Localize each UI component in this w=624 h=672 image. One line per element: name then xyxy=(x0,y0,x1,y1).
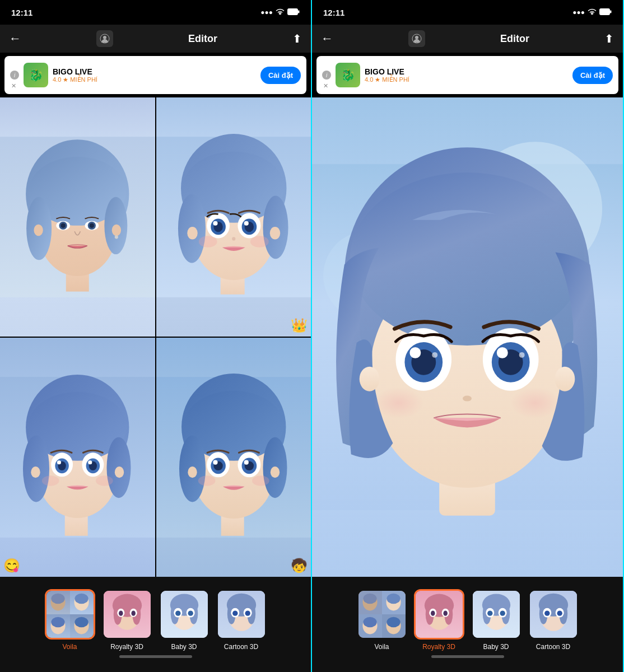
svg-point-98 xyxy=(131,610,135,615)
svg-rect-118 xyxy=(610,10,612,13)
ad-install-button-right[interactable]: Cài đặt xyxy=(572,67,613,84)
svg-point-154 xyxy=(386,617,400,627)
svg-point-136 xyxy=(497,347,508,358)
main-image-area-left: 👑 xyxy=(0,97,311,577)
thumb-cell-4 xyxy=(70,614,94,638)
filter-thumb-baby-right[interactable] xyxy=(471,589,521,640)
filter-thumb-single-royalty xyxy=(104,591,151,638)
svg-point-141 xyxy=(360,367,380,391)
svg-point-139 xyxy=(374,388,424,419)
star-emoji: 😋 xyxy=(3,558,20,573)
svg-point-163 xyxy=(443,610,447,615)
svg-point-73 xyxy=(244,460,248,465)
filter-thumb-cartoon-left[interactable] xyxy=(216,589,267,640)
ad-rating-right: 4.0 ★ xyxy=(365,76,380,83)
filter-thumb-royalty-right[interactable] xyxy=(414,589,464,640)
wifi-icon-right xyxy=(588,8,597,17)
svg-point-38 xyxy=(198,236,217,247)
svg-point-89 xyxy=(74,617,88,627)
share-button-left[interactable]: ⬆ xyxy=(292,32,302,45)
svg-point-18 xyxy=(112,225,121,236)
svg-point-97 xyxy=(119,610,123,615)
svg-point-131 xyxy=(409,347,421,358)
svg-point-142 xyxy=(555,367,575,391)
header-right: ← Editor ⬆ xyxy=(312,25,623,53)
svg-point-77 xyxy=(252,475,269,486)
svg-point-162 xyxy=(431,610,435,615)
svg-point-69 xyxy=(213,460,217,465)
svg-point-76 xyxy=(198,475,215,486)
svg-point-172 xyxy=(500,610,505,615)
back-button-left[interactable]: ← xyxy=(9,31,21,46)
status-time-right: 12:11 xyxy=(323,8,344,17)
ad-title-left: BIGO LIVE xyxy=(53,67,256,76)
ad-banner-right: i 🐉 BIGO LIVE 4.0 ★ MIỄN PHÍ Cài đặt xyxy=(316,56,618,94)
thumb-cell-3 xyxy=(46,614,70,638)
battery-icon-left xyxy=(287,8,300,17)
filter-royalty-right[interactable]: Royalty 3D xyxy=(414,589,464,651)
ad-close-right[interactable]: ✕ xyxy=(323,82,328,90)
svg-point-55 xyxy=(31,466,40,478)
svg-point-181 xyxy=(557,610,562,615)
ad-free-right: MIỄN PHÍ xyxy=(382,76,409,83)
filter-thumb-cartoon-right[interactable] xyxy=(528,589,579,640)
filter-cartoon-right[interactable]: Cartoon 3D xyxy=(528,589,579,651)
svg-point-30 xyxy=(213,221,217,226)
header-left: ← Editor ⬆ xyxy=(0,25,311,53)
filter-baby-left[interactable]: Baby 3D xyxy=(159,589,209,651)
filter-label-royalty-left: Royalty 3D xyxy=(110,643,143,651)
filter-royalty-left[interactable]: Royalty 3D xyxy=(102,589,152,651)
filter-baby-right[interactable]: Baby 3D xyxy=(471,589,521,651)
app-logo-left xyxy=(96,30,113,47)
image-grid-left: 👑 xyxy=(0,97,311,577)
svg-point-137 xyxy=(519,352,525,358)
main-image-area-right xyxy=(312,97,623,577)
filter-thumb-single-cartoon xyxy=(218,591,265,638)
filter-thumb-voila-left[interactable] xyxy=(45,589,95,640)
filter-thumb-baby-left[interactable] xyxy=(159,589,209,640)
r-thumb-cell-3 xyxy=(358,614,382,638)
grid-cell-cartoon-bottom-left[interactable]: 😋 xyxy=(0,338,155,577)
svg-point-145 xyxy=(363,593,376,604)
grid-cell-original[interactable] xyxy=(0,97,155,337)
svg-point-151 xyxy=(363,617,376,627)
filter-thumb-single-royalty-right xyxy=(416,591,463,638)
filter-thumb-royalty-left[interactable] xyxy=(102,589,152,640)
share-button-right[interactable]: ⬆ xyxy=(604,32,614,45)
filter-label-voila-left: Voila xyxy=(62,643,77,651)
ad-install-button-left[interactable]: Cài đặt xyxy=(260,67,301,84)
filter-thumb-voila-right[interactable] xyxy=(357,589,407,640)
svg-point-132 xyxy=(432,352,437,358)
filter-strip-left: Voila Royalty 3D Baby 3D xyxy=(6,589,305,651)
filter-thumb-single-cartoon-right xyxy=(530,591,577,638)
filter-label-voila-right: Voila xyxy=(374,643,389,651)
svg-point-37 xyxy=(269,227,280,240)
ad-logo-left: 🐉 xyxy=(24,63,48,87)
ad-info-icon-left: i xyxy=(10,71,19,80)
signal-icon-right: ●●● xyxy=(572,8,585,16)
battery-icon-right xyxy=(599,8,612,17)
image-single-royalty[interactable] xyxy=(312,97,623,577)
svg-point-86 xyxy=(51,617,64,627)
svg-point-16 xyxy=(90,223,94,228)
svg-point-17 xyxy=(34,225,43,236)
svg-point-13 xyxy=(61,223,66,228)
ad-free-left: MIỄN PHÍ xyxy=(70,76,97,83)
header-title-right: Editor xyxy=(500,33,529,45)
ad-text-left: BIGO LIVE 4.0 ★ MIỄN PHÍ xyxy=(53,67,256,83)
signal-icon-left: ●●● xyxy=(260,8,273,16)
svg-point-180 xyxy=(544,610,550,615)
svg-point-107 xyxy=(188,610,193,615)
app-logo-right xyxy=(408,30,425,47)
ad-close-left[interactable]: ✕ xyxy=(11,82,16,90)
filter-label-baby-right: Baby 3D xyxy=(483,643,509,651)
filter-voila-left[interactable]: Voila xyxy=(45,589,95,651)
grid-cell-cartoon-top[interactable]: 👑 xyxy=(156,97,311,337)
grid-cell-cartoon-bottom-right[interactable]: 🧒 xyxy=(156,338,311,577)
filter-cartoon-left[interactable]: Cartoon 3D xyxy=(216,589,267,651)
filter-voila-right[interactable]: Voila xyxy=(357,589,407,651)
thumb-cell-2 xyxy=(70,591,94,614)
back-button-right[interactable]: ← xyxy=(321,31,333,46)
filter-label-royalty-right: Royalty 3D xyxy=(422,643,455,651)
ad-sub-left: 4.0 ★ MIỄN PHÍ xyxy=(53,76,256,83)
